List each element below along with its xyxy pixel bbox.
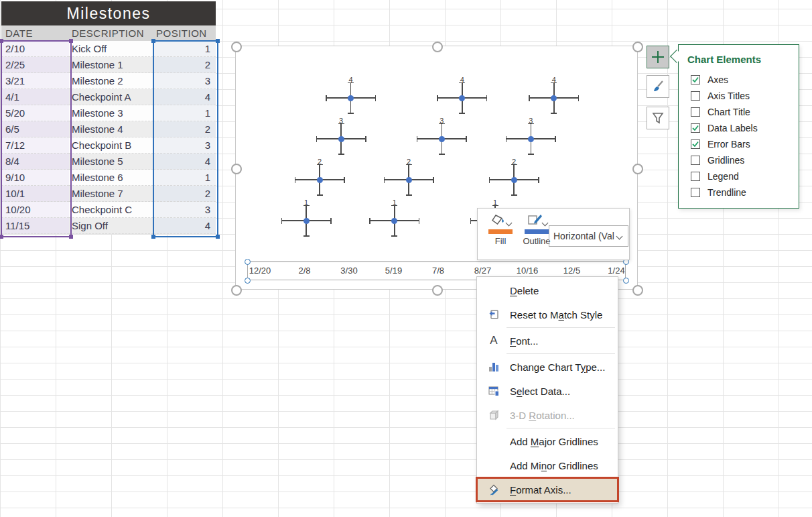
header-position[interactable]: POSITION — [153, 25, 216, 41]
data-point-dot[interactable] — [511, 177, 517, 183]
cell-date[interactable]: 10/20 — [1, 202, 69, 218]
chart-selection-handle[interactable] — [231, 285, 242, 296]
chart-styles-button[interactable] — [647, 75, 669, 98]
cell-description[interactable]: Checkpoint C — [69, 202, 153, 218]
checkbox-axis-titles[interactable] — [691, 91, 700, 101]
menu-item-reset-to-match-style[interactable]: Reset to Match Style — [477, 302, 618, 327]
chart-selection-handle[interactable] — [231, 164, 242, 174]
menu-item-add-minor-gridlines[interactable]: Add Minor Gridlines — [477, 453, 618, 477]
chart-selection-handle[interactable] — [432, 285, 443, 296]
data-point-dot[interactable] — [406, 177, 412, 183]
chevron-down-icon[interactable] — [505, 220, 512, 227]
menu-item-change-chart-type[interactable]: Change Chart Type... — [477, 355, 618, 379]
checkbox-error-bars[interactable] — [691, 139, 700, 149]
menu-item-add-major-gridlines[interactable]: Add Major Gridlines — [477, 429, 618, 453]
checkbox-label[interactable]: Axis Titles — [707, 91, 750, 101]
checkbox-label[interactable]: Axes — [707, 74, 728, 85]
cell-position[interactable]: 4 — [153, 154, 216, 170]
data-point-dot[interactable] — [317, 177, 323, 183]
axis-selection-handle[interactable] — [245, 259, 251, 265]
table-title[interactable]: Milestones — [1, 1, 216, 25]
cell-description[interactable]: Milestone 1 — [69, 57, 153, 73]
data-point-dot[interactable] — [391, 218, 397, 224]
chart-selection-handle[interactable] — [231, 42, 242, 52]
cell-description[interactable]: Kick Off — [69, 41, 153, 57]
chart-selection-handle[interactable] — [632, 164, 643, 174]
data-point-dot[interactable] — [348, 95, 354, 101]
checkbox-chart-title[interactable] — [691, 107, 700, 117]
cell-position[interactable]: 2 — [153, 57, 216, 73]
menu-item-select-data[interactable]: Select Data... — [477, 379, 618, 403]
cell-date[interactable]: 7/12 — [1, 137, 69, 154]
checkbox-label[interactable]: Legend — [707, 171, 739, 182]
data-point-dot[interactable] — [303, 218, 310, 224]
checkbox-gridlines[interactable] — [691, 156, 700, 165]
cell-position[interactable]: 3 — [153, 202, 216, 218]
cell-description[interactable]: Checkpoint B — [69, 137, 153, 154]
cell-description[interactable]: Milestone 2 — [69, 73, 153, 89]
x-axis-tick-label: 3/30 — [340, 266, 357, 276]
chart-filters-button[interactable] — [647, 107, 669, 129]
data-point-dot[interactable] — [528, 136, 534, 142]
cell-description[interactable]: Milestone 6 — [69, 170, 153, 186]
cell-date[interactable]: 4/1 — [1, 89, 69, 105]
checkbox-trendline[interactable] — [691, 188, 700, 197]
cell-date[interactable]: 9/10 — [1, 170, 69, 186]
checkbox-axes[interactable] — [691, 75, 700, 84]
data-point-dot[interactable] — [459, 95, 465, 101]
chart-elements-button[interactable] — [647, 46, 669, 68]
cell-position[interactable]: 3 — [153, 73, 216, 89]
error-bar-cap — [578, 95, 580, 101]
axis-selection-handle[interactable] — [623, 278, 629, 284]
cell-date[interactable]: 3/21 — [1, 73, 69, 89]
chart-selection-handle[interactable] — [632, 285, 643, 296]
chart-selection-handle[interactable] — [432, 42, 443, 52]
menu-item-3-d-rotation: 3-D Rotation... — [477, 403, 618, 427]
cell-date[interactable]: 2/25 — [1, 57, 69, 73]
cell-position[interactable]: 1 — [153, 105, 216, 121]
cell-description[interactable]: Milestone 4 — [69, 121, 153, 137]
chevron-down-icon[interactable] — [541, 220, 548, 227]
cell-position[interactable]: 2 — [153, 186, 216, 202]
fill-button[interactable]: Fill — [483, 214, 518, 246]
cell-position[interactable]: 1 — [153, 170, 216, 186]
brush-icon — [651, 79, 665, 94]
checkbox-label[interactable]: Data Labels — [707, 123, 758, 133]
cell-position[interactable]: 1 — [153, 41, 216, 57]
cell-date[interactable]: 8/4 — [1, 154, 69, 170]
checkbox-legend[interactable] — [691, 172, 700, 181]
cell-description[interactable]: Milestone 5 — [69, 154, 153, 170]
outline-pencil-icon — [527, 214, 543, 226]
cell-position[interactable]: 2 — [153, 121, 216, 137]
menu-item-delete[interactable]: Delete — [477, 278, 618, 302]
cell-description[interactable]: Milestone 7 — [69, 186, 153, 202]
menu-item-font[interactable]: AFont... — [477, 329, 618, 353]
chart-elements-panel: Chart Elements AxesAxis TitlesChart Titl… — [678, 44, 799, 209]
checkbox-data-labels[interactable] — [691, 123, 700, 133]
header-description[interactable]: DESCRIPTION — [69, 25, 153, 41]
chart-selection-handle[interactable] — [632, 42, 643, 52]
cell-position[interactable]: 4 — [153, 218, 216, 234]
cell-position[interactable]: 4 — [153, 89, 216, 105]
cell-date[interactable]: 5/20 — [1, 105, 69, 121]
header-date[interactable]: DATE — [1, 25, 69, 41]
axis-selection-handle[interactable] — [245, 278, 251, 284]
cell-description[interactable]: Sign Off — [69, 218, 153, 234]
data-point-dot[interactable] — [338, 136, 344, 142]
cell-date[interactable]: 10/1 — [1, 186, 69, 202]
cell-date[interactable]: 6/5 — [1, 121, 69, 137]
checkbox-label[interactable]: Gridlines — [707, 155, 744, 166]
chart-element-selector[interactable]: Horizontal (Val — [549, 225, 628, 247]
cell-description[interactable]: Checkpoint A — [69, 89, 153, 105]
checkbox-label[interactable]: Chart Title — [707, 107, 750, 117]
checkbox-label[interactable]: Error Bars — [707, 139, 750, 150]
data-point-dot[interactable] — [551, 95, 557, 101]
error-bar-cap — [391, 235, 397, 237]
cell-description[interactable]: Milestone 3 — [69, 105, 153, 121]
cell-date[interactable]: 11/15 — [1, 218, 69, 234]
data-point-dot[interactable] — [439, 136, 445, 142]
cell-date[interactable]: 2/10 — [1, 41, 69, 57]
checkbox-label[interactable]: Trendline — [707, 187, 746, 198]
menu-item-format-axis[interactable]: Format Axis... — [477, 477, 618, 502]
cell-position[interactable]: 3 — [153, 137, 216, 154]
